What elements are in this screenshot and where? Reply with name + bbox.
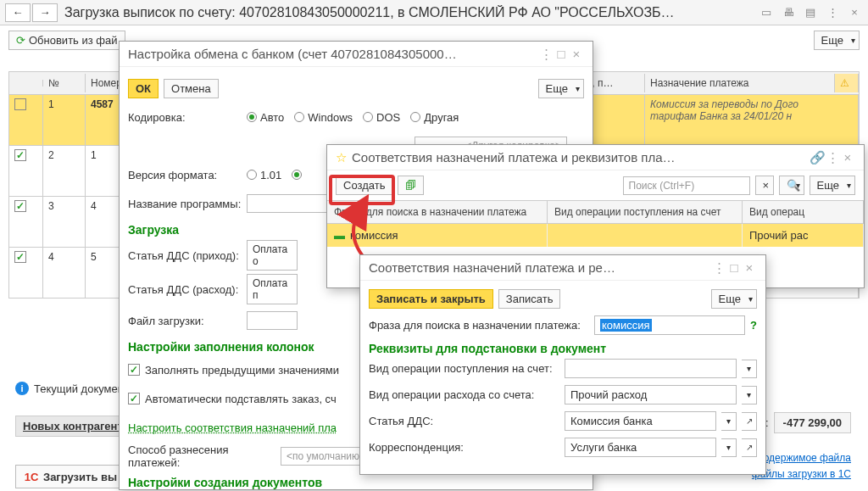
ver-101[interactable]: 1.01 <box>247 169 281 181</box>
star-icon: ☆ <box>336 150 347 165</box>
enc-dos[interactable]: DOS <box>363 111 400 124</box>
copy-icon: 🗐 <box>405 179 416 192</box>
search-icon: 🔍 <box>787 179 800 192</box>
more-button[interactable]: Еще <box>711 289 757 309</box>
ver-102[interactable] <box>292 170 302 180</box>
close-icon[interactable]: × <box>742 260 757 275</box>
help-icon[interactable]: ? <box>750 319 757 332</box>
split-label: Способ разнесения платежей: <box>128 444 281 469</box>
col-opout[interactable]: Вид операц <box>743 201 864 223</box>
close-icon[interactable]: × <box>569 47 584 61</box>
dds-select[interactable]: Комиссия банка <box>565 411 716 431</box>
dds-label: Статья ДДС: <box>369 415 559 427</box>
search-button[interactable]: 🔍 <box>779 176 804 195</box>
chk-auto-subst[interactable] <box>128 393 140 405</box>
encoding-label: Кодировка: <box>128 111 247 124</box>
program-label: Название программы: <box>128 198 247 210</box>
forward-button[interactable]: → <box>32 3 58 22</box>
phrase-input[interactable]: комиссия <box>594 315 745 335</box>
opin-select[interactable] <box>565 359 737 378</box>
enc-win[interactable]: Windows <box>294 111 353 124</box>
chk-prev-values[interactable] <box>128 364 140 376</box>
refresh-icon: ⟳ <box>16 34 25 47</box>
version-label: Версия формата: <box>128 169 247 181</box>
dropdown-icon[interactable]: ▾ <box>721 438 737 457</box>
more-button[interactable]: Еще <box>810 176 855 195</box>
minimize-icon[interactable]: □ <box>726 260 742 275</box>
opout-label: Вид операции расхода со счета: <box>369 388 559 401</box>
close-icon[interactable]: × <box>840 150 855 165</box>
open-icon[interactable]: ↗ <box>742 412 757 431</box>
back-button[interactable]: ← <box>5 3 31 22</box>
korr-select[interactable]: Услуги банка <box>565 438 716 457</box>
row-checkbox[interactable] <box>14 98 26 110</box>
info-icon: i <box>15 382 29 395</box>
close-icon[interactable]: × <box>846 4 863 21</box>
warning-icon: ⚠ <box>840 77 849 89</box>
highlight-create <box>329 175 395 205</box>
dropdown-icon[interactable]: ▾ <box>742 386 757 405</box>
dds-in-select[interactable]: Оплата о <box>247 240 298 271</box>
more-icon[interactable]: ⋮ <box>538 47 554 62</box>
enc-other[interactable]: Другая <box>410 111 459 124</box>
search-input[interactable]: Поиск (Ctrl+F) <box>623 176 750 195</box>
modal1-title: Настройка обмена с банком (счет 40702810… <box>128 47 457 61</box>
modal3-title: Соответствия назначений платежа и ре… <box>369 260 615 275</box>
minimize-icon[interactable]: □ <box>554 47 569 61</box>
row-checkbox[interactable] <box>14 149 26 161</box>
1c-icon: 1С <box>23 468 40 485</box>
more-icon[interactable]: ⋮ <box>825 150 840 165</box>
dds-out-select[interactable]: Оплата п <box>247 274 298 304</box>
requisites-section: Реквизиты для подстановки в документ <box>369 342 757 355</box>
phrase-label: Фраза для поиска в назначении платежа: <box>369 319 589 332</box>
open-icon[interactable]: ↗ <box>742 438 757 457</box>
save-close-button[interactable]: Записать и закрыть <box>369 289 493 309</box>
file-input[interactable] <box>247 311 298 330</box>
page-title: Загрузка выписок по счету: 4070281084305… <box>64 5 753 20</box>
load-statements-button[interactable]: 1С Загрузить вы <box>15 465 125 488</box>
cancel-button[interactable]: Отмена <box>164 79 219 98</box>
modal2-title: Соответствия назначений платежа и реквиз… <box>352 150 676 165</box>
col-opin[interactable]: Вид операции поступления на счет <box>548 201 743 223</box>
file-label: Файл загрузки: <box>128 315 247 327</box>
status-text: Текущий докумен <box>34 382 124 395</box>
configure-correspondence-link[interactable]: Настроить соответствия назначений пла <box>128 421 337 434</box>
copy-button[interactable]: 🗐 <box>398 176 424 195</box>
link-icon[interactable]: 🔗 <box>810 150 825 165</box>
save-button[interactable]: Записать <box>498 289 561 309</box>
more-icon[interactable]: ⋮ <box>824 4 841 21</box>
print-icon[interactable]: 🖶 <box>780 4 797 21</box>
correspondence-row[interactable]: ▬комиссия Прочий рас <box>327 224 864 247</box>
row-checkbox[interactable] <box>14 251 26 263</box>
split-select[interactable]: <по умолчанию> <box>281 447 371 466</box>
more-button[interactable]: Еще <box>814 31 860 50</box>
opin-label: Вид операции поступления на счет: <box>369 362 559 375</box>
ok-button[interactable]: ОК <box>128 79 159 98</box>
col-num[interactable]: № <box>43 74 86 92</box>
korr-label: Корреспонденция: <box>369 441 559 454</box>
refresh-button[interactable]: ⟳ Обновить из фай <box>8 31 125 50</box>
dds-out-label: Статья ДДС (расход): <box>128 283 247 296</box>
row-checkbox[interactable] <box>14 200 26 212</box>
more-button[interactable]: Еще <box>538 79 584 98</box>
sum-value: -477 299,00 <box>774 412 851 433</box>
dropdown-icon[interactable]: ▾ <box>721 412 737 431</box>
opout-select[interactable]: Прочий расход <box>565 385 737 405</box>
clear-search[interactable]: × <box>755 176 774 195</box>
docs-section: Настройки создания документов <box>128 476 584 489</box>
file-icon[interactable]: ▤ <box>802 4 819 21</box>
col-purpose[interactable]: Назначение платежа <box>645 74 835 92</box>
dropdown-icon[interactable]: ▾ <box>742 360 757 378</box>
enc-auto[interactable]: Авто <box>247 111 284 124</box>
dds-in-label: Статья ДДС (приход): <box>128 249 247 262</box>
correspondence-form-modal: Соответствия назначений платежа и ре… ⋮ … <box>359 254 766 475</box>
more-icon[interactable]: ⋮ <box>711 260 726 276</box>
report-icon[interactable]: ▭ <box>758 4 775 21</box>
